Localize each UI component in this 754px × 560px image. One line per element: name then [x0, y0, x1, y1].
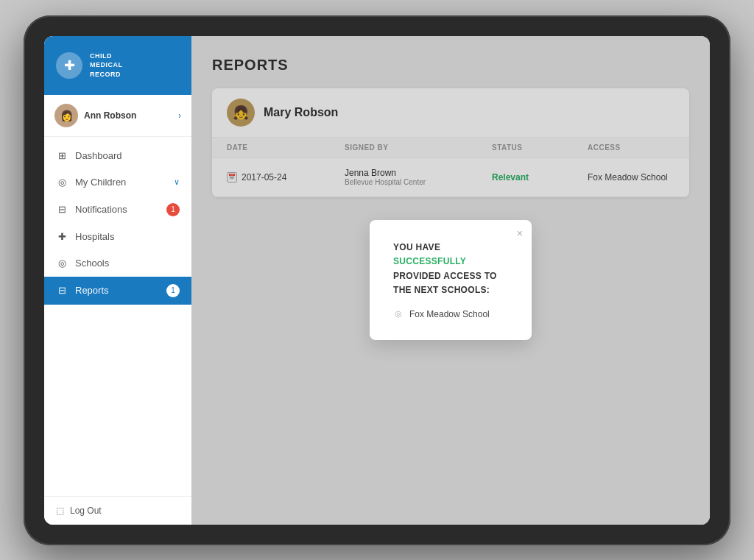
children-icon: ◎ [56, 177, 68, 188]
user-name: Ann Robson [84, 110, 172, 121]
sidebar-footer: ⬚ Log Out [44, 496, 191, 525]
app-logo: ✚ [56, 52, 82, 79]
sidebar-item-dashboard[interactable]: ⊞ Dashboard [44, 143, 191, 169]
avatar: 👩 [54, 104, 78, 127]
sidebar-item-notifications[interactable]: ⊟ Notifications 1 [44, 196, 191, 224]
tablet-frame: ✚ CHILD MEDICAL RECORD 👩 Ann Robson › ⊞ … [24, 15, 730, 545]
sidebar-nav: ⊞ Dashboard ◎ My Children ∨ ⊟ Notificati… [44, 137, 191, 496]
app-title: CHILD MEDICAL RECORD [90, 52, 123, 79]
logout-button[interactable]: ⬚ Log Out [56, 506, 180, 516]
sidebar-header: ✚ CHILD MEDICAL RECORD [44, 36, 191, 95]
reports-icon: ⊟ [56, 285, 68, 297]
success-modal: × YOU HAVE SUCCESSFULLY PROVIDED ACCESS … [370, 220, 532, 340]
school-list: ◎ Fox Meadow School [393, 309, 508, 319]
logout-label: Log Out [70, 506, 102, 516]
success-text: SUCCESSFULLY [393, 256, 466, 266]
notifications-icon: ⊟ [56, 204, 68, 216]
sidebar-item-my-children[interactable]: ◎ My Children ∨ [44, 169, 191, 196]
modal-overlay: × YOU HAVE SUCCESSFULLY PROVIDED ACCESS … [191, 36, 710, 525]
sidebar-item-label: Hospitals [75, 231, 114, 242]
school-icon: ◎ [393, 309, 404, 319]
modal-message: YOU HAVE SUCCESSFULLY PROVIDED ACCESS TO… [393, 241, 508, 297]
sidebar: ✚ CHILD MEDICAL RECORD 👩 Ann Robson › ⊞ … [44, 36, 191, 525]
sidebar-item-label: My Children [75, 177, 126, 188]
sidebar-item-label: Dashboard [75, 150, 122, 161]
user-section[interactable]: 👩 Ann Robson › [44, 95, 191, 137]
logout-icon: ⬚ [56, 506, 64, 516]
notifications-badge: 1 [166, 203, 180, 216]
dashboard-icon: ⊞ [56, 150, 68, 162]
tablet-screen: ✚ CHILD MEDICAL RECORD 👩 Ann Robson › ⊞ … [44, 36, 710, 525]
sidebar-item-label: Notifications [75, 204, 127, 215]
chevron-down-icon: ∨ [174, 177, 180, 187]
schools-icon: ◎ [56, 258, 68, 269]
school-list-item: ◎ Fox Meadow School [393, 309, 508, 319]
chevron-right-icon: › [178, 110, 181, 121]
hospitals-icon: ✚ [56, 231, 68, 243]
close-button[interactable]: × [517, 227, 523, 239]
sidebar-item-hospitals[interactable]: ✚ Hospitals [44, 224, 191, 250]
school-name: Fox Meadow School [409, 309, 490, 319]
main-content: REPORTS 👧 Mary Robson DATE SIGNED BY STA… [191, 36, 710, 525]
sidebar-item-schools[interactable]: ◎ Schools [44, 250, 191, 277]
sidebar-item-label: Schools [75, 258, 109, 269]
reports-badge: 1 [166, 284, 180, 297]
sidebar-item-label: Reports [75, 285, 109, 296]
sidebar-item-reports[interactable]: ⊟ Reports 1 [44, 277, 191, 305]
